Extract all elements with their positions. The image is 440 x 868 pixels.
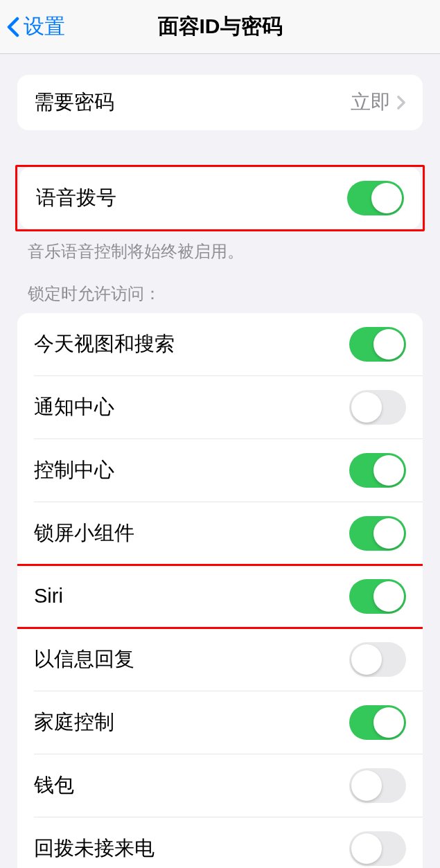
lock-access-toggle[interactable] bbox=[349, 642, 406, 677]
lock-access-row: 家庭控制 bbox=[17, 691, 423, 754]
toggle-knob bbox=[351, 770, 382, 801]
lock-access-label: 今天视图和搜索 bbox=[34, 330, 175, 358]
lock-access-label: 控制中心 bbox=[34, 457, 114, 484]
lock-access-label: 家庭控制 bbox=[34, 709, 114, 736]
voice-dial-toggle[interactable] bbox=[347, 181, 404, 215]
lock-access-toggle[interactable] bbox=[349, 705, 406, 740]
lock-access-label: 通知中心 bbox=[34, 393, 114, 421]
require-passcode-value: 立即 bbox=[351, 89, 391, 116]
back-button[interactable]: 设置 bbox=[0, 12, 65, 41]
lock-access-header: 锁定时允许访问： bbox=[0, 263, 440, 313]
lock-access-label: 以信息回复 bbox=[34, 646, 134, 673]
require-passcode-group: 需要密码 立即 bbox=[17, 75, 423, 130]
lock-access-toggle[interactable] bbox=[349, 768, 406, 803]
toggle-knob bbox=[373, 707, 404, 738]
require-passcode-label: 需要密码 bbox=[34, 89, 114, 116]
toggle-knob bbox=[373, 329, 404, 360]
toggle-knob bbox=[371, 183, 402, 213]
page-title: 面容ID与密码 bbox=[158, 12, 283, 41]
toggle-knob bbox=[373, 518, 404, 549]
lock-access-row: 回拨未接来电 bbox=[17, 817, 423, 868]
lock-access-row: 以信息回复 bbox=[17, 628, 423, 691]
lock-access-toggle[interactable] bbox=[349, 390, 406, 425]
lock-access-label: 钱包 bbox=[34, 772, 74, 799]
require-passcode-row[interactable]: 需要密码 立即 bbox=[17, 75, 423, 130]
lock-access-label: 锁屏小组件 bbox=[34, 520, 134, 547]
lock-access-row: 今天视图和搜索 bbox=[17, 313, 423, 375]
toggle-knob bbox=[351, 833, 382, 864]
chevron-right-icon bbox=[396, 95, 406, 110]
voice-dial-label: 语音拨号 bbox=[36, 184, 116, 212]
toggle-knob bbox=[373, 455, 404, 486]
lock-access-toggle[interactable] bbox=[349, 327, 406, 362]
lock-access-row: Siri bbox=[17, 565, 423, 628]
lock-access-row: 锁屏小组件 bbox=[17, 502, 423, 565]
content: 需要密码 立即 语音拨号 音乐语音控制将始终被启用。 锁定时允许访问： 今天视图… bbox=[0, 54, 440, 868]
lock-access-row: 钱包 bbox=[17, 754, 423, 817]
toggle-knob bbox=[351, 392, 382, 423]
lock-access-label: 回拨未接来电 bbox=[34, 835, 155, 862]
voice-dial-highlight: 语音拨号 bbox=[15, 165, 425, 231]
lock-access-group: 今天视图和搜索通知中心控制中心锁屏小组件Siri以信息回复家庭控制钱包回拨未接来… bbox=[17, 313, 423, 868]
voice-dial-group: 语音拨号 bbox=[19, 167, 421, 229]
lock-access-row: 通知中心 bbox=[17, 376, 423, 439]
lock-access-toggle[interactable] bbox=[349, 516, 406, 551]
voice-dial-footer: 音乐语音控制将始终被启用。 bbox=[0, 231, 440, 263]
voice-dial-row: 语音拨号 bbox=[19, 167, 421, 229]
lock-access-toggle[interactable] bbox=[349, 579, 406, 614]
lock-access-label: Siri bbox=[34, 585, 63, 608]
back-label: 设置 bbox=[24, 12, 65, 41]
row-right: 立即 bbox=[351, 89, 406, 116]
toggle-knob bbox=[351, 644, 382, 675]
lock-access-row: 控制中心 bbox=[17, 439, 423, 502]
nav-bar: 设置 面容ID与密码 bbox=[0, 0, 440, 54]
toggle-knob bbox=[373, 581, 404, 612]
lock-access-toggle[interactable] bbox=[349, 831, 406, 866]
lock-access-toggle[interactable] bbox=[349, 453, 406, 488]
chevron-left-icon bbox=[7, 17, 19, 37]
